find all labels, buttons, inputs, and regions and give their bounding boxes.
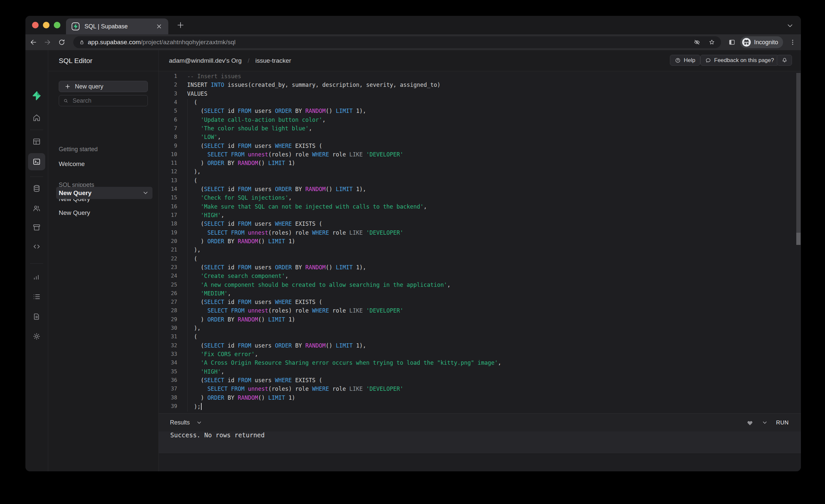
code-line[interactable]: ) ORDER BY RANDOM() LIMIT 1) — [187, 394, 501, 403]
sidebar-item-new-query-2[interactable]: New Query — [59, 209, 90, 217]
code-line[interactable]: ) ORDER BY RANDOM() LIMIT 1) — [187, 160, 501, 168]
reports-icon[interactable] — [32, 273, 41, 281]
url-bar[interactable]: app.supabase.com/project/azahtnhqohyjerz… — [73, 36, 721, 48]
code-line[interactable]: ( — [187, 333, 501, 342]
code-line[interactable]: (SELECT id FROM users ORDER BY RANDOM() … — [187, 186, 501, 195]
search-input[interactable] — [73, 97, 139, 104]
code-line[interactable]: ) ORDER BY RANDOM() LIMIT 1) — [187, 316, 501, 325]
code-line[interactable]: ), — [187, 325, 501, 333]
line-number: 13 — [159, 177, 177, 186]
close-window-button[interactable] — [32, 22, 39, 28]
code-line[interactable]: 'Update call-to-action button color', — [187, 117, 501, 125]
code-token: ORDER — [275, 186, 292, 193]
code-line[interactable]: SELECT FROM unnest(roles) role WHERE rol… — [187, 307, 501, 316]
home-icon[interactable] — [32, 114, 41, 122]
zoom-window-button[interactable] — [54, 22, 60, 28]
help-button[interactable]: Help — [670, 55, 700, 66]
code-line[interactable]: 'Check for SQL injections', — [187, 195, 501, 203]
code-line[interactable]: (SELECT id FROM users WHERE EXISTS ( — [187, 220, 501, 229]
minimize-window-button[interactable] — [43, 22, 50, 28]
feedback-button[interactable]: Feedback on this page? — [700, 55, 779, 66]
breadcrumb-org[interactable]: adam@windmill.dev's Org — [169, 57, 241, 64]
code-line[interactable]: 'Fix CORS error', — [187, 351, 501, 359]
notifications-button[interactable] — [777, 55, 792, 66]
supabase-logo-icon[interactable] — [31, 90, 42, 101]
code-line[interactable]: (SELECT id FROM users ORDER BY RANDOM() … — [187, 107, 501, 116]
new-query-button[interactable]: New query — [59, 81, 148, 92]
code-line[interactable]: 'HIGH', — [187, 212, 501, 220]
code-token: SELECT — [207, 307, 227, 314]
api-code-icon[interactable] — [32, 242, 41, 251]
line-number: 19 — [159, 229, 177, 238]
code-line[interactable]: ); — [187, 403, 501, 412]
new-tab-button[interactable] — [176, 21, 184, 29]
code-line[interactable]: ( — [187, 256, 501, 264]
code-line[interactable]: INSERT INTO issues(created_by, summary, … — [187, 81, 501, 90]
code-line[interactable]: VALUES — [187, 90, 501, 99]
code-line[interactable]: ), — [187, 168, 501, 177]
run-button[interactable]: RUN — [776, 420, 789, 426]
eye-off-icon[interactable] — [694, 39, 700, 46]
reload-button[interactable] — [58, 38, 66, 46]
code-line[interactable]: ( — [187, 177, 501, 186]
code-line[interactable]: SELECT FROM unnest(roles) role WHERE rol… — [187, 151, 501, 160]
back-button[interactable] — [29, 38, 37, 46]
line-number: 26 — [159, 290, 177, 299]
bookmark-star-icon[interactable] — [708, 39, 715, 46]
code-line[interactable]: (SELECT id FROM users ORDER BY RANDOM() … — [187, 264, 501, 273]
code-line[interactable]: 'Make sure that SQL can not be injected … — [187, 203, 501, 212]
auth-users-icon[interactable] — [32, 204, 41, 213]
line-number: 38 — [159, 394, 177, 403]
line-number: 27 — [159, 299, 177, 307]
favorite-heart-icon[interactable] — [746, 420, 753, 426]
storage-icon[interactable] — [32, 223, 41, 232]
code-line[interactable]: ( — [187, 99, 501, 107]
code-line[interactable]: 'A Cross Origin Resource Sharing error o… — [187, 359, 501, 368]
docs-icon[interactable] — [32, 312, 41, 321]
forward-button[interactable] — [44, 38, 52, 46]
code-line[interactable]: ), — [187, 246, 501, 255]
code-token — [228, 307, 231, 314]
run-options-chevron-icon[interactable] — [763, 421, 767, 424]
active-snippet-label: New Query — [59, 187, 91, 199]
code-line[interactable]: 'Create search component', — [187, 273, 501, 281]
code-line[interactable]: 'MEDIUM', — [187, 290, 501, 299]
code-line[interactable]: 'A new component should be created to al… — [187, 282, 501, 290]
code-line[interactable]: (SELECT id FROM users WHERE EXISTS ( — [187, 299, 501, 307]
table-editor-icon[interactable] — [32, 137, 41, 146]
logs-icon[interactable] — [32, 292, 41, 301]
code-line[interactable]: 'The color should be light blue', — [187, 125, 501, 134]
close-tab-icon[interactable] — [156, 23, 162, 30]
browser-tab[interactable]: SQL | Supabase — [66, 18, 168, 34]
settings-gear-icon[interactable] — [32, 332, 41, 341]
code-line[interactable]: (SELECT id FROM users ORDER BY RANDOM() … — [187, 342, 501, 351]
snippet-search[interactable] — [59, 95, 148, 106]
side-panel-icon[interactable] — [728, 39, 736, 46]
browser-menu-kebab-icon[interactable] — [789, 39, 796, 46]
code-content[interactable]: -- Insert issuesINSERT INTO issues(creat… — [187, 73, 501, 412]
code-line[interactable]: 'HIGH', — [187, 368, 501, 377]
tab-list-chevron-icon[interactable] — [787, 24, 793, 28]
chevron-down-icon[interactable] — [143, 192, 148, 195]
code-token: WHERE — [275, 299, 292, 305]
sidebar-item-new-query-3-active[interactable]: New Query — [56, 187, 152, 199]
code-line[interactable]: ) ORDER BY RANDOM() LIMIT 1) — [187, 238, 501, 246]
code-line[interactable]: SELECT FROM unnest(roles) role WHERE rol… — [187, 385, 501, 394]
code-token: , — [322, 117, 325, 123]
results-dropdown[interactable]: Results — [170, 414, 201, 432]
code-token: , — [228, 290, 231, 297]
code-token: RANDOM — [305, 186, 325, 193]
database-icon[interactable] — [32, 184, 41, 193]
code-line[interactable]: -- Insert issues — [187, 73, 501, 81]
breadcrumb-project[interactable]: issue-tracker — [255, 57, 291, 64]
sql-editor-icon[interactable] — [32, 157, 41, 166]
sql-code-editor[interactable]: 1234567891011121314151617181920212223242… — [159, 71, 801, 413]
editor-scrollbar[interactable] — [796, 73, 801, 244]
code-token: (roles) role — [268, 385, 312, 392]
code-line[interactable]: (SELECT id FROM users WHERE EXISTS ( — [187, 143, 501, 151]
code-line[interactable]: (SELECT id FROM users WHERE EXISTS ( — [187, 377, 501, 385]
chat-bubble-icon — [705, 57, 711, 63]
code-line[interactable]: 'LOW', — [187, 134, 501, 142]
code-line[interactable]: SELECT FROM unnest(roles) role WHERE rol… — [187, 229, 501, 238]
sidebar-item-welcome[interactable]: Welcome — [59, 160, 85, 168]
